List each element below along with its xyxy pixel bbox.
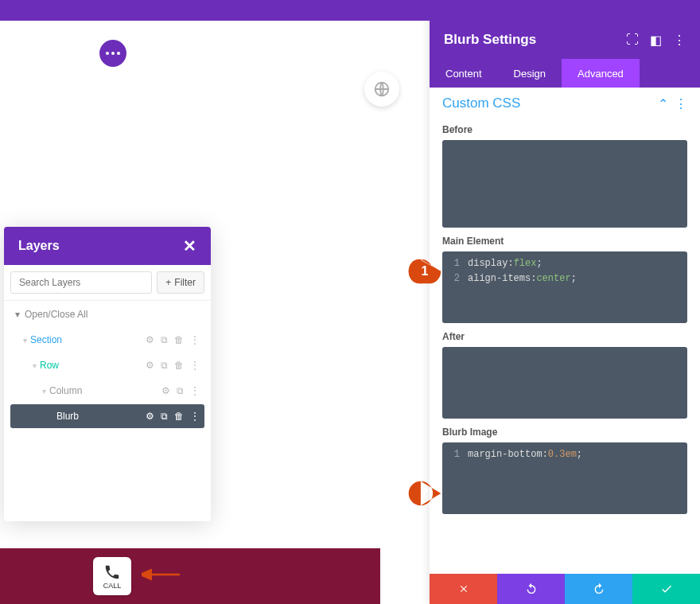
field-label-before: Before bbox=[442, 124, 687, 135]
arrow-annotation bbox=[142, 567, 181, 586]
layers-title: Layers bbox=[18, 239, 60, 253]
tab-content[interactable]: Content bbox=[430, 59, 498, 88]
tree-row-column[interactable]: ▾ Column ⚙ ⧉ ⋮ bbox=[10, 379, 204, 403]
kebab-icon[interactable]: ⋮ bbox=[190, 334, 200, 345]
section-title: Custom CSS bbox=[442, 95, 520, 111]
chevron-up-icon[interactable]: ⌃ bbox=[658, 96, 668, 111]
tree-row-row[interactable]: ▾ Row ⚙ ⧉ 🗑 ⋮ bbox=[10, 353, 204, 377]
layers-tree: ▾ Section ⚙ ⧉ 🗑 ⋮ ▾ Row ⚙ ⧉ 🗑 ⋮ ▾ Column bbox=[4, 328, 211, 430]
redo-button[interactable] bbox=[565, 574, 632, 604]
layers-filter-button[interactable]: +Filter bbox=[157, 271, 204, 294]
layers-close-button[interactable]: ✕ bbox=[183, 236, 196, 255]
code-editor-after[interactable] bbox=[442, 347, 687, 419]
code-line: 1 display:flex; bbox=[449, 256, 681, 271]
callout-1: 1 bbox=[407, 258, 442, 285]
custom-css-section-header[interactable]: Custom CSS ⌃ ⋮ bbox=[430, 88, 700, 116]
open-close-label: Open/Close All bbox=[25, 309, 88, 320]
css-value: flex bbox=[514, 256, 537, 271]
duplicate-icon[interactable]: ⧉ bbox=[161, 334, 168, 345]
field-label-after: After bbox=[442, 331, 687, 342]
duplicate-icon[interactable]: ⧉ bbox=[161, 411, 168, 422]
css-property: display bbox=[468, 256, 508, 271]
dot-icon bbox=[111, 52, 115, 55]
trash-icon[interactable]: 🗑 bbox=[174, 411, 184, 422]
section-fab-button[interactable] bbox=[99, 40, 126, 67]
code-editor-main-element[interactable]: 1 display:flex; 2 align-items:center; bbox=[442, 251, 687, 323]
settings-title-row: Blurb Settings ⛶ ◧ ⋮ bbox=[430, 21, 700, 59]
layers-header: Layers ✕ bbox=[4, 227, 211, 265]
line-number: 1 bbox=[449, 447, 460, 462]
css-value: center bbox=[536, 271, 570, 286]
call-button[interactable]: CALL bbox=[93, 557, 131, 595]
tree-label: Row bbox=[40, 360, 146, 371]
code-editor-before[interactable] bbox=[442, 140, 687, 228]
code-line: 1 margin-bottom:0.3em; bbox=[449, 447, 681, 462]
expand-icon[interactable]: ⛶ bbox=[626, 33, 639, 47]
dot-icon bbox=[117, 52, 120, 55]
tree-row-blurb[interactable]: Blurb ⚙ ⧉ 🗑 ⋮ bbox=[10, 404, 204, 428]
call-label: CALL bbox=[103, 582, 122, 590]
tree-label: Blurb bbox=[56, 411, 146, 422]
layers-panel: Layers ✕ +Filter ▾ Open/Close All ▾ Sect… bbox=[4, 227, 211, 521]
settings-title-icons: ⛶ ◧ ⋮ bbox=[626, 33, 686, 48]
discard-button[interactable] bbox=[430, 574, 497, 604]
redo-icon bbox=[593, 583, 605, 595]
caret-down-icon: ▾ bbox=[15, 309, 20, 320]
code-editor-blurb-image[interactable]: 1 margin-bottom:0.3em; bbox=[442, 442, 687, 514]
field-label-main-element: Main Element bbox=[442, 236, 687, 247]
gear-icon[interactable]: ⚙ bbox=[146, 411, 154, 422]
trash-icon[interactable]: 🗑 bbox=[174, 360, 184, 371]
close-icon bbox=[458, 583, 469, 594]
trash-icon[interactable]: 🗑 bbox=[174, 334, 184, 345]
callout-number: 1 bbox=[422, 264, 429, 279]
settings-sidebar: × Blurb Settings ⛶ ◧ ⋮ Content Design Ad… bbox=[430, 0, 700, 604]
callout-number: 2 bbox=[422, 486, 429, 501]
css-value: 0.3em bbox=[548, 447, 577, 462]
bottom-maroon-bar bbox=[0, 548, 380, 604]
caret-icon: ▾ bbox=[42, 387, 46, 396]
tree-row-section[interactable]: ▾ Section ⚙ ⧉ 🗑 ⋮ bbox=[10, 328, 204, 352]
kebab-icon[interactable]: ⋮ bbox=[190, 360, 200, 371]
globe-button[interactable] bbox=[364, 72, 399, 107]
duplicate-icon[interactable]: ⧉ bbox=[177, 385, 184, 396]
line-number: 2 bbox=[449, 271, 460, 286]
check-icon bbox=[660, 583, 673, 595]
phone-icon bbox=[103, 563, 121, 581]
gear-icon[interactable]: ⚙ bbox=[161, 385, 170, 396]
top-purple-bar bbox=[0, 0, 700, 21]
caret-icon: ▾ bbox=[23, 336, 27, 345]
undo-button[interactable] bbox=[497, 574, 565, 604]
tab-design[interactable]: Design bbox=[498, 59, 562, 88]
tree-row-actions: ⚙ ⧉ 🗑 ⋮ bbox=[146, 334, 200, 345]
tree-label: Section bbox=[30, 334, 146, 345]
custom-css-body: Before Main Element 1 display:flex; 2 al… bbox=[430, 116, 700, 574]
dot-icon bbox=[106, 52, 109, 55]
callout-2: 2 bbox=[407, 480, 442, 507]
tree-row-actions: ⚙ ⧉ ⋮ bbox=[161, 385, 200, 396]
tab-advanced[interactable]: Advanced bbox=[562, 59, 640, 88]
gear-icon[interactable]: ⚙ bbox=[146, 360, 154, 371]
caret-icon: ▾ bbox=[33, 361, 37, 370]
code-line: 2 align-items:center; bbox=[449, 271, 681, 286]
kebab-icon[interactable]: ⋮ bbox=[190, 385, 200, 396]
gear-icon[interactable]: ⚙ bbox=[146, 334, 154, 345]
open-close-all[interactable]: ▾ Open/Close All bbox=[4, 301, 211, 328]
css-property: align-items bbox=[468, 271, 531, 286]
duplicate-icon[interactable]: ⧉ bbox=[161, 360, 168, 371]
snap-icon[interactable]: ◧ bbox=[650, 33, 662, 48]
undo-icon bbox=[525, 583, 538, 595]
tree-row-actions: ⚙ ⧉ 🗑 ⋮ bbox=[146, 411, 200, 422]
settings-action-bar bbox=[430, 574, 700, 604]
layers-search-row: +Filter bbox=[4, 265, 211, 301]
field-label-blurb-image: Blurb Image bbox=[442, 427, 687, 438]
settings-tabs: Content Design Advanced bbox=[430, 59, 700, 88]
settings-title: Blurb Settings bbox=[444, 32, 536, 48]
line-number: 1 bbox=[449, 256, 460, 271]
kebab-icon[interactable]: ⋮ bbox=[673, 33, 686, 48]
tree-label: Column bbox=[49, 385, 161, 396]
kebab-icon[interactable]: ⋮ bbox=[675, 96, 687, 111]
kebab-icon[interactable]: ⋮ bbox=[190, 411, 200, 422]
save-button[interactable] bbox=[632, 574, 700, 604]
tree-row-actions: ⚙ ⧉ 🗑 ⋮ bbox=[146, 360, 200, 371]
layers-search-input[interactable] bbox=[10, 271, 152, 294]
